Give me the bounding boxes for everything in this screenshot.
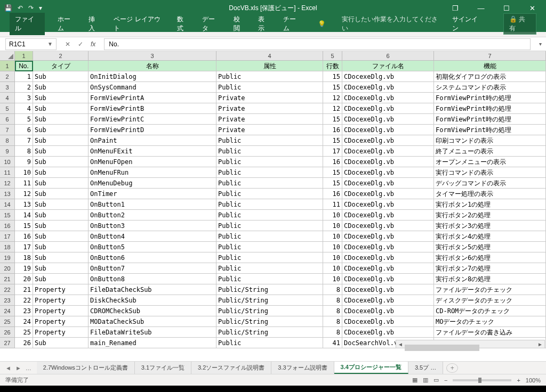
row-header[interactable]: 22 [0,284,15,295]
row-header[interactable]: 10 [0,157,15,167]
cell[interactable]: FileDataWriteSub [89,327,216,338]
cell[interactable]: Sub [33,242,89,252]
redo-icon[interactable]: ↷ [28,4,34,12]
cell[interactable]: FormViewPrint時の処理 [434,93,546,103]
cell[interactable]: Public [216,231,323,242]
zoom-level[interactable]: 100% [526,377,541,383]
cell[interactable]: 6 [15,125,33,135]
row-header[interactable]: 1 [0,61,15,71]
cell[interactable]: CDocexeDlg.vb [342,178,434,189]
cell[interactable]: 8 [15,146,33,157]
cell[interactable]: 12 [323,103,342,114]
cell[interactable]: 23 [15,306,33,316]
ribbon-restore-icon[interactable]: ❐ [445,4,466,12]
cell[interactable]: 14 [15,210,33,220]
row-header[interactable]: 21 [0,274,15,284]
view-normal-icon[interactable]: ▦ [412,377,417,383]
col-header[interactable]: 3 [89,51,216,61]
cell[interactable]: CDROMCheckSub [89,306,216,316]
cell[interactable]: Public [216,135,323,146]
cell[interactable]: FormViewPrint時の処理 [434,103,546,114]
cell[interactable]: 22 [15,295,33,306]
cell[interactable]: Public [216,167,323,178]
cell[interactable]: Private [216,103,323,114]
cell[interactable]: CDocexeDlg.vb [342,135,434,146]
cell[interactable]: FormViewPrint時の処理 [434,125,546,135]
cell[interactable]: 15 [15,220,33,231]
cell[interactable]: ファイルデータの書き込み [434,327,546,338]
cell[interactable]: Sub [33,135,89,146]
cell[interactable]: Private [216,125,323,135]
row-header[interactable]: 13 [0,189,15,199]
cell[interactable]: 10 [323,231,342,242]
cell[interactable]: Public [216,338,323,348]
cell[interactable]: Private [216,114,323,125]
cell[interactable]: CDocexeDlg.vb [342,189,434,199]
cell[interactable]: Public [216,157,323,167]
cell[interactable]: Public [216,199,323,210]
cell[interactable]: 15 [323,167,342,178]
cell[interactable]: 16 [15,231,33,242]
cell[interactable]: Public [216,242,323,252]
cell[interactable]: 7 [15,135,33,146]
cell[interactable]: FormViewPrintD [89,125,216,135]
cell[interactable]: Sub [33,82,89,93]
cell[interactable]: CDocexeDlg.vb [342,82,434,93]
row-header[interactable]: 24 [0,306,15,316]
row-header[interactable]: 9 [0,146,15,157]
zoom-out-button[interactable]: − [444,377,447,383]
cell[interactable]: Sub [33,189,89,199]
cell[interactable]: CD-ROMデータのチェック [434,306,546,316]
row-header[interactable]: 27 [0,338,15,348]
cell[interactable]: 終了メニューの表示 [434,146,546,157]
cell[interactable]: 実行ボタン3の処理 [434,220,546,231]
undo-icon[interactable]: ↶ [18,4,23,12]
signin-link[interactable]: サインイン [452,15,483,33]
cell[interactable]: 21 [15,284,33,295]
row-header[interactable]: 4 [0,93,15,103]
col-header[interactable]: 7 [434,51,546,61]
cell[interactable]: Public/String [216,306,323,316]
name-box[interactable]: R1C1 ▼ [5,38,57,50]
cell[interactable]: Public [216,189,323,199]
cell[interactable]: 8 [323,316,342,327]
cell[interactable]: Public/String [216,284,323,295]
sheet-tab[interactable]: 3.5プ … [408,362,443,374]
add-sheet-button[interactable]: + [446,363,458,373]
share-button[interactable]: 🔒 共有 [503,13,536,35]
cell[interactable]: FormViewPrint時の処理 [434,114,546,125]
cell[interactable]: 初期化ダイアログの表示 [434,71,546,82]
cell[interactable]: Sub [33,274,89,284]
tab-insert[interactable]: 挿入 [89,15,101,33]
cell[interactable]: ファイルデータのチェック [434,284,546,295]
tab-pagelayout[interactable]: ページ レイアウト [114,15,164,33]
cell[interactable]: CDocexeDlg.vb [342,199,434,210]
cell[interactable]: 実行ボタン2の処理 [434,210,546,220]
cell[interactable]: CDocexeDlg.vb [342,157,434,167]
formula-expand-icon[interactable]: ▾ [535,41,546,47]
row-header[interactable]: 25 [0,316,15,327]
header-cell[interactable]: ファイル名 [342,61,434,71]
cell[interactable]: CDocexeDlg.vb [342,242,434,252]
cell[interactable]: 3 [15,93,33,103]
cell[interactable]: 10 [323,220,342,231]
scroll-thumb[interactable] [405,345,479,351]
cell[interactable]: OnButton6 [89,252,216,263]
header-cell[interactable]: 行数 [323,61,342,71]
cell[interactable]: 11 [323,199,342,210]
save-icon[interactable]: 💾 [4,4,12,12]
cell[interactable]: 16 [323,157,342,167]
cell[interactable]: Sub [33,338,89,348]
cell[interactable]: 25 [15,327,33,338]
cell[interactable]: CDocexeDlg.vb [342,327,434,338]
row-header[interactable]: 11 [0,167,15,178]
row-header[interactable]: 26 [0,327,15,338]
cell[interactable]: 11 [15,178,33,189]
row-header[interactable]: 6 [0,114,15,125]
cell[interactable]: Public [216,274,323,284]
cell[interactable]: Sub [33,252,89,263]
cell[interactable]: 17 [15,242,33,252]
fx-icon[interactable]: fx [91,40,95,48]
tab-home[interactable]: ホーム [58,15,76,33]
header-cell[interactable]: タイプ [33,61,89,71]
